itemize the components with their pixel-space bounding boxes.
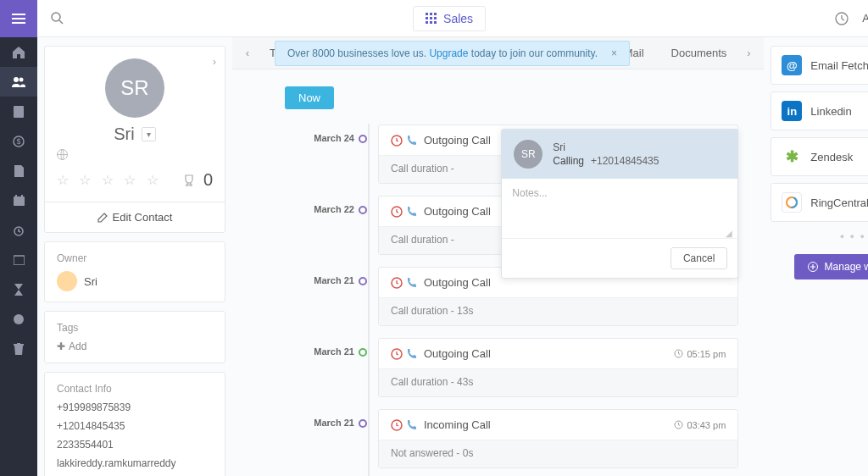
tab-nav-next[interactable]: ›: [740, 47, 757, 59]
banner-close-icon[interactable]: ×: [611, 47, 617, 59]
globe-icon: [57, 149, 213, 160]
plus-icon: ✚: [57, 340, 65, 352]
timeline-dot: [359, 135, 367, 143]
contact-name: Sri: [114, 125, 134, 144]
timeline-card[interactable]: Incoming Call03:43 pmNot answered - 0s: [378, 409, 738, 468]
widget-linkedin[interactable]: inLinkedin: [771, 91, 868, 130]
svg-rect-12: [426, 13, 428, 15]
call-contact-name: Sri: [553, 141, 659, 153]
sidebar: $: [0, 0, 37, 476]
profile-card: › SR Sri ▾ ☆ ☆ ☆ ☆ ☆: [44, 46, 225, 233]
svg-point-11: [52, 13, 60, 21]
email-icon: @: [782, 55, 802, 75]
timeline-title: Outgoing Call: [424, 205, 491, 218]
clock-icon: [391, 135, 403, 147]
chevron-right-icon[interactable]: ›: [213, 55, 216, 68]
contact-info-item[interactable]: +12014845435: [57, 420, 213, 432]
tab-nav-prev[interactable]: ‹: [239, 47, 256, 59]
now-badge[interactable]: Now: [285, 86, 334, 109]
contact-info-item[interactable]: 2233554401: [57, 439, 213, 451]
rating-stars[interactable]: ☆ ☆ ☆ ☆ ☆: [57, 172, 162, 188]
sidebar-item-home[interactable]: [0, 37, 37, 67]
sidebar-item-cal2[interactable]: [0, 245, 37, 274]
timeline-date: March 22: [275, 196, 354, 214]
svg-text:$: $: [16, 137, 20, 146]
svg-rect-5: [14, 196, 25, 206]
name-caret[interactable]: ▾: [142, 127, 156, 141]
widget-name: Zendesk: [810, 151, 853, 163]
sidebar-item-docs[interactable]: [0, 156, 37, 185]
clock-icon: [391, 419, 403, 431]
module-switcher[interactable]: Sales: [413, 6, 486, 31]
clock-icon: [391, 206, 403, 218]
tabs-row: ‹ TimelineNotesEventsTasksDealsCasesMail…: [232, 37, 764, 69]
widget-zendesk[interactable]: ✱Zendesk: [771, 137, 868, 176]
plus-circle-icon: [808, 262, 818, 272]
contact-info-item[interactable]: lakkireddy.ramkumarreddy: [57, 457, 213, 469]
calling-popover: SR Sri Calling +12014845435 ◢ Cancel: [501, 129, 738, 279]
edit-contact-button[interactable]: Edit Contact: [45, 202, 225, 232]
sidebar-item-calendar[interactable]: [0, 185, 37, 215]
resize-handle-icon: ◢: [502, 229, 737, 238]
timeline-date: March 21: [275, 409, 354, 428]
timeline-title: Incoming Call: [424, 418, 491, 431]
history-icon[interactable]: [835, 12, 849, 25]
widget-ringcentral[interactable]: RingCentral: [771, 183, 868, 222]
add-tag-button[interactable]: ✚ Add: [57, 340, 213, 352]
owner-card: Owner Sri: [44, 241, 225, 302]
tags-label: Tags: [57, 322, 213, 334]
sidebar-item-companies[interactable]: [0, 97, 37, 126]
timeline-body: Call duration - 13s: [379, 297, 737, 325]
sidebar-item-hourglass[interactable]: [0, 274, 37, 304]
owner-label: Owner: [57, 252, 213, 264]
edit-contact-label: Edit Contact: [113, 211, 173, 224]
linkedin-icon: in: [782, 101, 802, 121]
small-clock-icon: [674, 349, 683, 358]
call-status: Calling: [553, 155, 584, 167]
owner-name: Sri: [84, 275, 97, 288]
sidebar-item-contacts[interactable]: [0, 67, 37, 97]
edit-icon: [97, 213, 108, 223]
add-dropdown[interactable]: Add ▾: [862, 12, 868, 25]
widget-drag-handle: ● ● ●: [771, 229, 868, 244]
timeline-title: Outgoing Call: [424, 347, 491, 360]
widget-email[interactable]: @Email Fetch: [771, 46, 868, 85]
timeline-item: March 21Outgoing Call05:15 pmCall durati…: [275, 338, 738, 397]
cancel-button[interactable]: Cancel: [670, 247, 727, 269]
middle-column: ‹ TimelineNotesEventsTasksDealsCasesMail…: [232, 37, 764, 476]
grid-icon: [426, 13, 437, 24]
owner-avatar: [57, 271, 77, 291]
widget-name: RingCentral: [810, 196, 868, 209]
tab-documents[interactable]: Documents: [658, 37, 741, 69]
svg-point-1: [19, 77, 24, 81]
phone-icon: [406, 277, 417, 288]
hamburger-menu[interactable]: [0, 0, 37, 37]
timeline-date: March 21: [275, 267, 354, 285]
sidebar-item-reports[interactable]: [0, 304, 37, 334]
small-clock-icon: [674, 420, 683, 429]
ringcentral-icon: [782, 192, 802, 213]
upgrade-banner: Over 8000 businesses love us. Upgrade to…: [275, 41, 630, 66]
timeline-date: March 21: [275, 338, 354, 357]
svg-rect-2: [14, 106, 24, 118]
search-icon[interactable]: [51, 12, 64, 25]
timeline-body: Call duration - 43s: [379, 368, 737, 396]
svg-rect-20: [434, 21, 437, 24]
phone-icon: [406, 206, 417, 217]
module-label: Sales: [443, 12, 473, 25]
svg-point-0: [14, 77, 19, 82]
timeline-card[interactable]: Outgoing Call05:15 pmCall duration - 43s: [378, 338, 738, 397]
contact-info-item[interactable]: +919989875839: [57, 401, 213, 413]
clock-icon: [391, 348, 403, 360]
call-notes-input[interactable]: [502, 179, 737, 226]
manage-widgets-button[interactable]: Manage widgets: [794, 254, 868, 280]
sidebar-item-deals[interactable]: $: [0, 126, 37, 156]
call-number: +12014845435: [591, 155, 659, 167]
manage-widgets-label: Manage widgets: [825, 261, 868, 273]
timeline-dot: [359, 206, 367, 214]
upgrade-link[interactable]: Upgrade: [429, 47, 468, 59]
topbar: Sales Add ▾: [37, 0, 868, 37]
contact-info-label: Contact Info: [57, 383, 213, 395]
sidebar-item-trash[interactable]: [0, 334, 37, 363]
sidebar-item-alarm[interactable]: [0, 215, 37, 245]
